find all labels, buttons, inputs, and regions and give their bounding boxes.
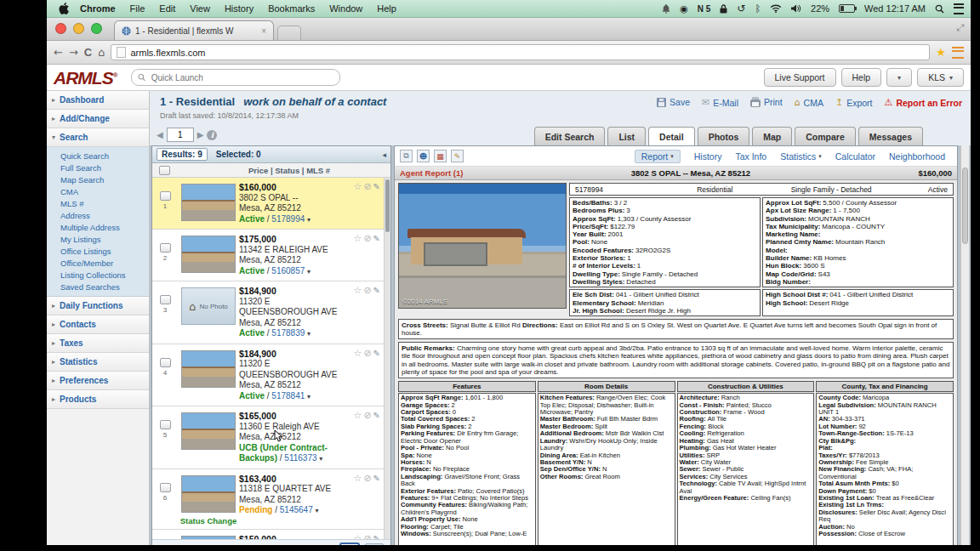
quick-launch-input[interactable] — [150, 72, 333, 83]
view-tab[interactable]: Edit Search — [534, 127, 606, 145]
sidebar-item[interactable]: MLS # — [47, 197, 149, 209]
listing-thumbnail[interactable] — [181, 184, 236, 221]
quick-launch-box[interactable] — [131, 69, 340, 86]
page-input[interactable] — [167, 128, 194, 142]
favorite-star-icon[interactable]: ☆ — [354, 533, 364, 540]
listing-row[interactable]: 2 ⌂ $175,000 11342 E RALEIGH AVE — [152, 230, 390, 281]
status-dropdown-caret[interactable]: ▾ — [316, 507, 319, 514]
note-icon[interactable]: ✎ — [373, 474, 382, 483]
sidebar-section[interactable]: ▸Dashboard — [47, 91, 149, 110]
exclude-icon[interactable]: ⊘ — [363, 410, 373, 421]
listing-row[interactable]: 7 ⌂ $150,000 11347 E QUINTANA AVE — [152, 530, 390, 540]
sidebar-item[interactable]: Saved Searches — [47, 281, 149, 293]
sidebar-section[interactable]: ▸Daily Functions — [47, 297, 149, 315]
list-view-button[interactable] — [365, 543, 384, 546]
cma-button[interactable]: ⌂CMA — [795, 97, 823, 108]
report-subtab[interactable]: Report▾ — [635, 150, 681, 163]
sidebar-item[interactable]: Listing Collections — [47, 269, 149, 281]
sidebar-section[interactable]: ▸Products — [47, 390, 149, 409]
favorite-star-icon[interactable]: ☆ — [354, 410, 364, 421]
spotlight-icon[interactable] — [935, 4, 944, 14]
next-page-button[interactable]: ▶ — [197, 130, 204, 139]
exclude-icon[interactable]: ⊘ — [363, 348, 373, 359]
report-subtab[interactable]: Neighborhood▾ — [889, 151, 945, 162]
view-tab[interactable]: Photos — [698, 127, 750, 145]
status-dropdown-caret[interactable]: ▾ — [307, 393, 311, 400]
report-subtab[interactable]: History▾ — [694, 151, 722, 162]
exclude-icon[interactable]: ⊘ — [363, 233, 373, 244]
exclude-icon[interactable]: ⊘ — [363, 533, 373, 540]
view-tab[interactable]: Map — [752, 127, 792, 145]
note-icon[interactable]: ✎ — [373, 286, 382, 295]
sidebar-item[interactable]: Quick Search — [47, 150, 149, 162]
favorite-star-icon[interactable]: ☆ — [354, 348, 364, 359]
sidebar-item[interactable]: Multiple Address — [47, 221, 149, 233]
listing-row[interactable]: 3 ⌂No Photo $184,900 11320 E QUEENSBOROU — [152, 281, 390, 344]
minimize-window-button[interactable] — [73, 23, 84, 34]
collapse-panel-icon[interactable]: ◂ — [382, 151, 386, 159]
popout-icon[interactable]: ⧉ — [400, 150, 413, 162]
new-tab-button[interactable] — [277, 26, 301, 40]
menubar-item[interactable]: Window — [329, 3, 362, 14]
sidebar-item[interactable]: My Listings — [47, 233, 149, 245]
report-subtab[interactable]: Tax Info▾ — [735, 151, 766, 162]
volume-icon[interactable] — [791, 4, 801, 13]
email-button[interactable]: ✉E-Mail — [702, 97, 738, 108]
close-window-button[interactable] — [55, 23, 66, 34]
menubar-item[interactable]: Chrome — [80, 3, 116, 14]
calendar-icon[interactable]: ▦ — [434, 150, 447, 162]
help-button[interactable]: Help — [841, 68, 882, 87]
status-dropdown-caret[interactable]: ▾ — [307, 330, 311, 338]
listing-row[interactable]: 5 ⌂ $165,000 11360 E Raleigh AVE — [152, 406, 390, 469]
note-icon[interactable]: ✎ — [373, 182, 382, 191]
reload-button[interactable]: C — [84, 47, 92, 58]
list-scrollbar[interactable] — [384, 178, 390, 539]
notification-center-icon[interactable] — [954, 3, 964, 14]
mls-number-link[interactable]: 5178994 — [271, 214, 305, 224]
sidebar-item[interactable]: Office Listings — [47, 245, 149, 257]
time-machine-icon[interactable]: ↺ — [737, 3, 745, 14]
help-dropdown-button[interactable]: ▾ — [886, 68, 912, 87]
sidebar-item[interactable]: CMA — [47, 185, 149, 197]
note-icon[interactable]: ✎ — [373, 411, 382, 420]
lock-icon[interactable] — [720, 4, 727, 14]
listing-thumbnail[interactable] — [181, 350, 236, 388]
app-status-icon[interactable]: N 5 — [698, 4, 711, 14]
exclude-icon[interactable]: ⊘ — [363, 181, 373, 192]
info-icon[interactable]: i — [207, 130, 217, 140]
view-tab[interactable]: Compare — [795, 127, 856, 145]
card-view-button[interactable] — [339, 542, 360, 546]
sidebar-item[interactable]: Office/Member — [47, 257, 149, 269]
sidebar-section[interactable]: ▸Statistics — [47, 353, 149, 372]
bluetooth-icon[interactable]: ᛒ — [755, 3, 761, 14]
sidebar-section-search[interactable]: ▾Search — [47, 128, 149, 147]
back-button[interactable]: ← — [54, 47, 63, 58]
note-icon[interactable]: ✎ — [373, 349, 382, 358]
favorite-star-icon[interactable]: ☆ — [354, 233, 364, 244]
user-menu-button[interactable]: KLS▾ — [917, 68, 964, 87]
row-checkbox[interactable] — [160, 243, 171, 253]
browser-menu-icon[interactable] — [952, 47, 964, 59]
view-tab[interactable]: List — [607, 127, 646, 145]
listing-row[interactable]: 4 ⌂ $184,900 11320 E QUEENSBOROUGH AVE — [152, 344, 390, 407]
detail-scrollbar[interactable] — [960, 145, 969, 545]
listing-thumbnail[interactable] — [181, 475, 236, 513]
menubar-item[interactable]: View — [190, 3, 210, 14]
menubar-item[interactable]: Help — [377, 3, 396, 14]
status-dropdown-caret[interactable]: ▾ — [307, 268, 311, 276]
contact-icon[interactable]: ☻ — [417, 150, 430, 162]
mls-number-link[interactable]: 5145647 — [280, 505, 313, 514]
mls-number-link[interactable]: 5178839 — [271, 328, 305, 338]
row-checkbox[interactable] — [160, 358, 171, 367]
view-tab[interactable]: Messages — [858, 127, 923, 145]
exclude-icon[interactable]: ⊘ — [363, 285, 373, 296]
row-checkbox[interactable] — [160, 483, 171, 492]
scrollbar-thumb[interactable] — [962, 168, 968, 244]
menubar-item[interactable]: File — [130, 3, 145, 14]
tab-close-icon[interactable]: × — [253, 26, 266, 36]
zoom-window-button[interactable] — [91, 23, 102, 34]
column-labels[interactable]: Price | Status | MLS # — [248, 166, 330, 175]
row-checkbox[interactable] — [160, 420, 171, 429]
armls-logo[interactable]: ARMLS® — [54, 69, 117, 87]
notification-bell-icon[interactable] — [662, 4, 670, 14]
